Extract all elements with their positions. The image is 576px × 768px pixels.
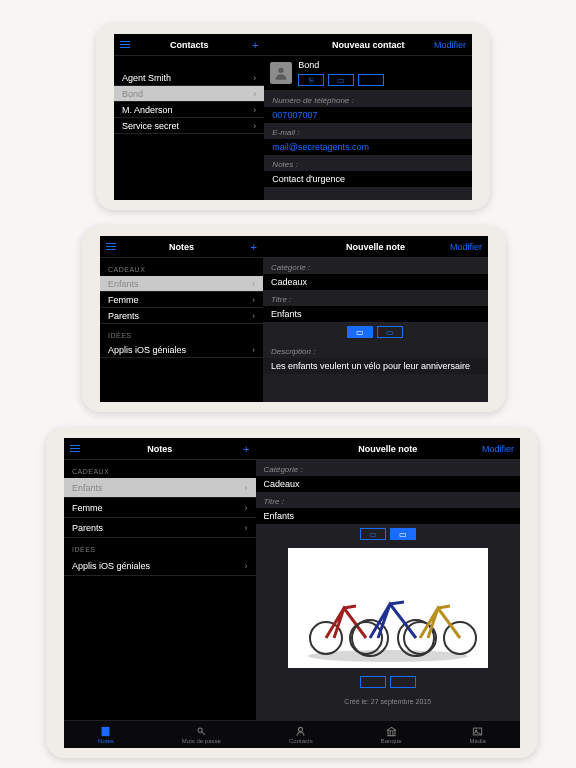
- category-label: Catégorie :: [263, 258, 488, 274]
- contact-list-item[interactable]: M. Anderson›: [114, 102, 264, 118]
- note-list-item[interactable]: Applis iOS géniales›: [64, 556, 256, 576]
- tab-passwords[interactable]: Mots de passe: [182, 726, 221, 744]
- chevron-right-icon: ›: [253, 121, 256, 131]
- phone-label: Numéro de téléphone :: [264, 91, 472, 107]
- detail-header: Nouvelle note Modifier: [263, 236, 488, 258]
- note-list-item[interactable]: Femme›: [64, 498, 256, 518]
- right-title: Nouvelle note: [346, 242, 405, 252]
- description-label: Description :: [263, 342, 488, 358]
- section-idees: IDÉES: [64, 538, 256, 556]
- category-value: Cadeaux: [263, 274, 488, 290]
- add-button[interactable]: +: [246, 34, 264, 55]
- right-title: Nouvelle note: [358, 444, 417, 454]
- contact-name: Bond: [298, 60, 466, 70]
- contact-list-item[interactable]: Service secret›: [114, 118, 264, 134]
- chevron-right-icon: ›: [245, 503, 248, 513]
- chevron-right-icon: ›: [245, 561, 248, 571]
- title-label: Titre :: [263, 290, 488, 306]
- title-value: Enfants: [256, 508, 520, 524]
- section-idees: IDÉES: [100, 324, 263, 342]
- email-label: E-mail :: [264, 123, 472, 139]
- image-action-button[interactable]: [390, 676, 416, 688]
- note-list-item[interactable]: Enfants›: [100, 276, 263, 292]
- action-button[interactable]: ▭: [328, 74, 354, 86]
- add-button[interactable]: +: [245, 236, 263, 257]
- svg-point-0: [279, 68, 284, 73]
- action-button[interactable]: [358, 74, 384, 86]
- note-image: [288, 548, 488, 668]
- title-label: Titre :: [256, 492, 520, 508]
- email-value[interactable]: mail@secretagents.com: [264, 139, 472, 155]
- left-title: Contacts: [170, 40, 209, 50]
- note-list-item[interactable]: Enfants›: [64, 478, 256, 498]
- chevron-right-icon: ›: [252, 311, 255, 321]
- svg-line-13: [201, 731, 204, 734]
- note-list-item[interactable]: Femme›: [100, 292, 263, 308]
- chevron-right-icon: ›: [252, 295, 255, 305]
- notes-value: Contact d'urgence: [264, 171, 472, 187]
- avatar: [270, 62, 292, 84]
- left-title: Notes: [169, 242, 194, 252]
- detail-header: Nouvelle note Modifier: [256, 438, 520, 460]
- contact-list-item[interactable]: Bond›: [114, 86, 264, 102]
- tab-bank[interactable]: Banque: [381, 726, 402, 744]
- image-action-button[interactable]: [360, 676, 386, 688]
- chevron-right-icon: ›: [252, 345, 255, 355]
- view-image-button[interactable]: ▭: [377, 326, 403, 338]
- phone-value[interactable]: 007007007: [264, 107, 472, 123]
- detail-header: Nouveau contact Modifier: [264, 34, 472, 56]
- chevron-right-icon: ›: [253, 89, 256, 99]
- note-list-item[interactable]: Parents›: [100, 308, 263, 324]
- view-image-button[interactable]: ▭: [390, 528, 416, 540]
- description-value: Les enfants veulent un vélo pour leur an…: [263, 358, 488, 374]
- chevron-right-icon: ›: [252, 279, 255, 289]
- edit-button[interactable]: Modifier: [444, 236, 488, 257]
- contacts-header: Contacts +: [114, 34, 264, 56]
- edit-button[interactable]: Modifier: [476, 438, 520, 459]
- tab-media[interactable]: Média: [470, 726, 486, 744]
- note-list-item[interactable]: Parents›: [64, 518, 256, 538]
- menu-button[interactable]: [100, 236, 122, 257]
- chevron-right-icon: ›: [245, 483, 248, 493]
- contact-list-item[interactable]: Agent Smith›: [114, 70, 264, 86]
- chevron-right-icon: ›: [253, 73, 256, 83]
- category-label: Catégorie :: [256, 460, 520, 476]
- notes-label: Notes :: [264, 155, 472, 171]
- add-button[interactable]: +: [237, 438, 255, 459]
- note-list-item[interactable]: Applis iOS géniales›: [100, 342, 263, 358]
- section-cadeaux: CADEAUX: [100, 258, 263, 276]
- svg-point-14: [299, 727, 303, 731]
- notes-header: Notes +: [100, 236, 263, 258]
- menu-button[interactable]: [64, 438, 86, 459]
- left-title: Notes: [147, 444, 172, 454]
- action-button[interactable]: ⎘: [298, 74, 324, 86]
- category-value: Cadeaux: [256, 476, 520, 492]
- view-text-button[interactable]: ▭: [360, 528, 386, 540]
- section-cadeaux: CADEAUX: [64, 460, 256, 478]
- edit-button[interactable]: Modifier: [428, 34, 472, 55]
- notes-header: Notes +: [64, 438, 256, 460]
- title-value: Enfants: [263, 306, 488, 322]
- menu-button[interactable]: [114, 34, 136, 55]
- tab-contacts[interactable]: Contacts: [289, 726, 313, 744]
- tab-notes[interactable]: Notes: [98, 726, 114, 744]
- created-date: Créé le: 27 septembre 2015: [256, 692, 520, 711]
- chevron-right-icon: ›: [253, 105, 256, 115]
- tab-bar: Notes Mots de passe Contacts Banque Médi…: [64, 720, 520, 748]
- view-text-button[interactable]: ▭: [347, 326, 373, 338]
- right-title: Nouveau contact: [332, 40, 405, 50]
- chevron-right-icon: ›: [245, 523, 248, 533]
